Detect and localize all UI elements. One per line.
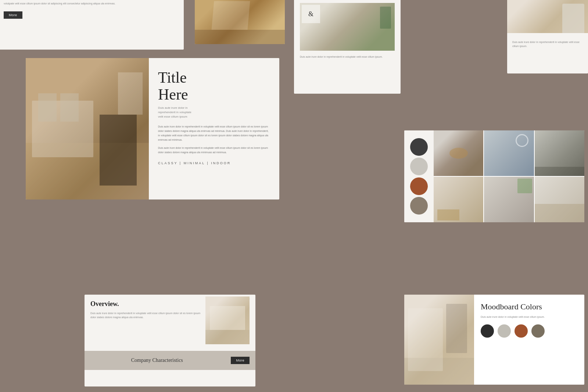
swatch-brown xyxy=(410,177,428,195)
grid-image-2 xyxy=(484,130,534,176)
characteristics-label: Company Characteristics xyxy=(90,357,223,363)
overview-more-button[interactable]: More xyxy=(231,357,250,364)
grid-image-3 xyxy=(535,130,584,176)
swatch-1 xyxy=(481,324,494,338)
grid-image-6 xyxy=(535,177,584,222)
main-tags: CLASSY | MINIMAL | INDOOR xyxy=(158,161,270,165)
moodboard-title: Moodboard Colors xyxy=(481,302,578,312)
color-swatches-row xyxy=(481,324,578,338)
decor-image: & xyxy=(300,3,395,51)
main-room-image xyxy=(26,58,149,199)
grid-image-1 xyxy=(434,130,483,176)
slide-top-right-text: & Duis aute irure dolor in reprehenderit… xyxy=(294,0,401,94)
main-body1: Duis aute irure dolor in reprehenderit i… xyxy=(158,125,270,142)
swatch-taupe xyxy=(410,197,428,215)
top-right-body1: Duis aute irure dolor in reprehenderit i… xyxy=(300,55,395,59)
chair-image xyxy=(507,0,588,33)
swatch-2 xyxy=(498,324,511,338)
slide-overview: Your Website Here Overview. Duis aute ir… xyxy=(85,295,255,386)
moodboard-colors-content: Moodboard Colors Duis aute irure dolor i… xyxy=(474,295,584,385)
overview-title: Overview. xyxy=(90,300,202,308)
image-grid xyxy=(434,130,584,222)
swatches-column xyxy=(404,130,434,222)
main-body2: Duis aute irure dolor in reprehenderit i… xyxy=(158,146,270,155)
characteristics-bar: Company Characteristics More xyxy=(85,351,255,370)
main-title: Title Here xyxy=(158,69,270,103)
slide-main: Title Here Duis aute irure dolor inrepre… xyxy=(26,58,279,199)
attic-room-image xyxy=(195,0,285,44)
overview-body: Duis aute irure dolor in reprehenderit i… xyxy=(90,312,202,319)
moodboard-body: Duis aute irure dolor in voluptate velit… xyxy=(481,315,578,319)
swatch-dark xyxy=(410,138,428,156)
slide-moodboard-colors: Moodboard Colors Duis aute irure dolor i… xyxy=(404,295,584,385)
slide-top-right-edge: Duis aute irure dolor in reprehenderit i… xyxy=(507,0,588,73)
grid-image-4 xyxy=(434,177,483,222)
overview-image-wrapper xyxy=(205,296,250,344)
top-left-more-button[interactable]: More xyxy=(4,11,22,19)
top-right-edge-body: Duis aute irure dolor in reprehenderit i… xyxy=(512,40,583,48)
swatch-3 xyxy=(514,324,528,338)
main-content: Title Here Duis aute irure dolor inrepre… xyxy=(149,58,279,199)
top-left-lorem: volutpate velit esse cillum ipsum dolor … xyxy=(4,2,176,6)
slide-moodboard-grid xyxy=(404,130,584,222)
swatch-light-gray xyxy=(410,158,428,175)
overview-room-image xyxy=(205,296,250,344)
swatch-4 xyxy=(531,324,545,338)
slide-top-center xyxy=(195,0,285,44)
main-subtitle: Duis aute irure dolor inreprehenderit in… xyxy=(158,106,270,119)
moodboard-room-image xyxy=(404,295,474,385)
slide-top-left: volutpate velit esse cillum ipsum dolor … xyxy=(0,0,184,50)
grid-image-5 xyxy=(484,177,534,222)
